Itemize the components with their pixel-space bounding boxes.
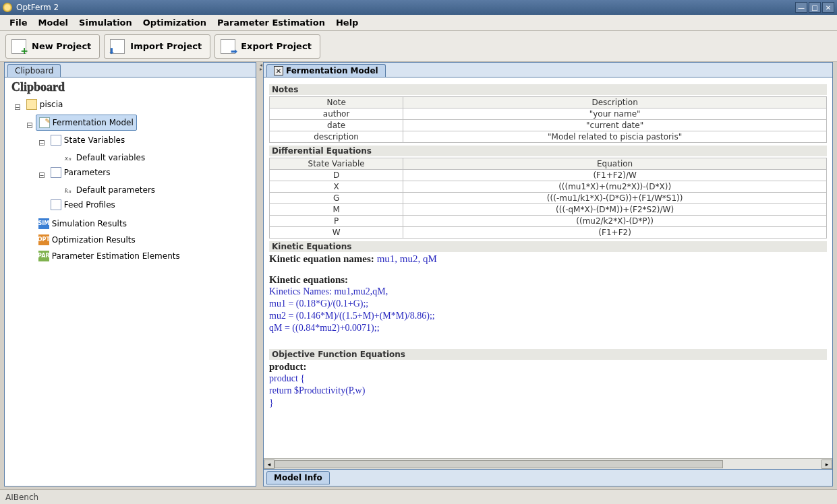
tree-simulation-results-label: Simulation Results bbox=[52, 216, 127, 231]
kinetic-line: qM = ((0.84*mu2)+0.0071);; bbox=[269, 322, 827, 334]
table-row[interactable]: P((mu2/k2*X)-(D*P)) bbox=[270, 216, 827, 227]
toolbar: New Project Import Project Export Projec… bbox=[0, 31, 837, 62]
kinetic-names-label: Kinetic equation names: bbox=[269, 253, 374, 264]
workarea: Clipboard Clipboard ⊟ piscia ⊟ bbox=[0, 62, 837, 489]
tree-parameters[interactable]: Parameters bbox=[48, 165, 113, 180]
scroll-right-button[interactable]: ▸ bbox=[821, 460, 832, 469]
notes-table: Note Description author"your name" date"… bbox=[269, 96, 827, 143]
tree-project[interactable]: piscia bbox=[24, 97, 66, 112]
tree-parameter-estimation-elements[interactable]: PAR Parameter Estimation Elements bbox=[36, 249, 183, 263]
tab-fermentation-model[interactable]: ✕ Fermentation Model bbox=[266, 64, 386, 77]
folder-icon bbox=[26, 99, 37, 110]
diff-header-eq: Equation bbox=[403, 158, 827, 170]
list-icon bbox=[51, 167, 61, 178]
import-project-button[interactable]: Import Project bbox=[104, 34, 210, 59]
export-project-label: Export Project bbox=[241, 41, 312, 51]
toggle-state-vars[interactable]: ⊟ bbox=[38, 135, 45, 150]
tree-optimization-results[interactable]: OPT Optimization Results bbox=[36, 232, 138, 247]
tab-fermentation-model-label: Fermentation Model bbox=[286, 66, 378, 75]
kinetic-equations-label: Kinetic equations: bbox=[269, 274, 827, 286]
new-project-icon bbox=[11, 39, 26, 54]
splitter-right-icon: ▸ bbox=[260, 67, 262, 71]
window-controls: — □ ✕ bbox=[795, 2, 834, 13]
project-tree: ⊟ piscia ⊟ Fermentation Model bbox=[5, 96, 256, 486]
editor-tabrow: ✕ Fermentation Model bbox=[264, 63, 832, 77]
maximize-button[interactable]: □ bbox=[809, 2, 821, 13]
section-kinetic: Kinetic Equations bbox=[269, 241, 827, 252]
parameter-icon: kₙ bbox=[63, 185, 74, 195]
toggle-project[interactable]: ⊟ bbox=[14, 100, 21, 115]
table-row[interactable]: G(((-mu1/k1*X)-(D*G))+(F1/W*S1)) bbox=[270, 193, 827, 204]
export-project-button[interactable]: Export Project bbox=[214, 34, 320, 59]
clipboard-pane: Clipboard Clipboard ⊟ piscia ⊟ bbox=[4, 62, 256, 486]
document-body: Notes Note Description author"your name"… bbox=[264, 77, 832, 458]
close-button[interactable]: ✕ bbox=[822, 2, 834, 13]
tree-fermentation-model-label: Fermentation Model bbox=[53, 115, 134, 130]
tree-parameter-estimation-elements-label: Parameter Estimation Elements bbox=[52, 249, 180, 263]
tree-feed-profiles[interactable]: Feed Profiles bbox=[48, 197, 118, 212]
new-project-label: New Project bbox=[32, 41, 91, 51]
objective-line: } bbox=[269, 397, 827, 409]
table-row[interactable]: date"current date" bbox=[270, 120, 827, 131]
window-title: OptFerm 2 bbox=[16, 3, 795, 12]
menu-file[interactable]: File bbox=[4, 16, 33, 29]
scroll-thumb[interactable] bbox=[275, 460, 723, 468]
menubar: File Model Simulation Optimization Param… bbox=[0, 15, 837, 31]
tree-default-parameters[interactable]: kₙ Default parameters bbox=[60, 183, 158, 197]
toggle-parameters[interactable]: ⊟ bbox=[38, 168, 45, 183]
new-project-button[interactable]: New Project bbox=[5, 34, 100, 59]
tree-default-variables[interactable]: xₙ Default variables bbox=[60, 150, 148, 165]
table-row[interactable]: description"Model related to piscia past… bbox=[270, 131, 827, 143]
objective-line: return $Productivity(P,w) bbox=[269, 385, 827, 397]
scroll-left-button[interactable]: ◂ bbox=[264, 460, 275, 469]
toggle-model[interactable]: ⊟ bbox=[26, 118, 33, 133]
par-icon: PAR bbox=[38, 251, 49, 261]
menu-help[interactable]: Help bbox=[330, 16, 364, 29]
tree-default-parameters-label: Default parameters bbox=[76, 183, 155, 197]
menu-optimization[interactable]: Optimization bbox=[138, 16, 212, 29]
table-row[interactable]: author"your name" bbox=[270, 108, 827, 120]
horizontal-scrollbar[interactable]: ◂ ▸ bbox=[264, 458, 832, 469]
tree-simulation-results[interactable]: SIM Simulation Results bbox=[36, 216, 129, 231]
kinetic-line: mu1 = (0.18*G)/(0.1+G);; bbox=[269, 298, 827, 310]
table-row[interactable]: M(((-qM*X)-(D*M))+(F2*S2)/W) bbox=[270, 204, 827, 216]
tab-model-info[interactable]: Model Info bbox=[266, 471, 330, 484]
kinetic-line: mu2 = (0.146*M)/((1.5+M)+(M*M)/8.86);; bbox=[269, 310, 827, 322]
bottom-tabrow: Model Info bbox=[264, 469, 832, 486]
statusbar: AIBench bbox=[0, 489, 837, 504]
tree-parameters-label: Parameters bbox=[64, 165, 111, 180]
export-project-icon bbox=[221, 39, 235, 54]
status-text: AIBench bbox=[5, 493, 38, 502]
table-row[interactable]: X(((mu1*X)+(mu2*X))-(D*X)) bbox=[270, 181, 827, 193]
tree-fermentation-model[interactable]: Fermentation Model bbox=[36, 115, 137, 131]
app-icon bbox=[3, 3, 12, 12]
clipboard-tab[interactable]: Clipboard bbox=[7, 64, 61, 77]
tree-feed-profiles-label: Feed Profiles bbox=[64, 197, 115, 212]
editor-pane: ✕ Fermentation Model Notes Note Descript… bbox=[263, 62, 833, 486]
scroll-track[interactable] bbox=[275, 460, 821, 469]
kinetic-names-values: mu1, mu2, qM bbox=[377, 253, 437, 264]
tree-default-variables-label: Default variables bbox=[76, 150, 145, 165]
tab-close-button[interactable]: ✕ bbox=[274, 66, 283, 75]
notes-header-description: Description bbox=[403, 97, 827, 108]
section-diff-eq: Differential Equations bbox=[269, 146, 827, 156]
menu-simulation[interactable]: Simulation bbox=[74, 16, 138, 29]
tree-project-label: piscia bbox=[40, 97, 63, 112]
tree-state-variables-label: State Variables bbox=[64, 133, 125, 148]
diff-header-var: State Variable bbox=[270, 158, 403, 170]
section-objective: Objective Function Equations bbox=[269, 349, 827, 360]
import-project-icon bbox=[110, 39, 125, 54]
minimize-button[interactable]: — bbox=[795, 2, 807, 13]
table-row[interactable]: W(F1+F2) bbox=[270, 227, 827, 239]
kinetic-names-row: Kinetic equation names: mu1, mu2, qM bbox=[269, 253, 827, 265]
opt-icon: OPT bbox=[38, 234, 49, 245]
clipboard-header: Clipboard bbox=[5, 77, 256, 96]
feed-icon bbox=[51, 199, 61, 210]
notes-header-note: Note bbox=[270, 97, 403, 108]
tree-state-variables[interactable]: State Variables bbox=[48, 133, 127, 148]
objective-label: product: bbox=[269, 361, 827, 373]
table-row[interactable]: D(F1+F2)/W bbox=[270, 170, 827, 181]
menu-parameter-estimation[interactable]: Parameter Estimation bbox=[212, 16, 330, 29]
objective-line: product { bbox=[269, 373, 827, 385]
menu-model[interactable]: Model bbox=[33, 16, 74, 29]
